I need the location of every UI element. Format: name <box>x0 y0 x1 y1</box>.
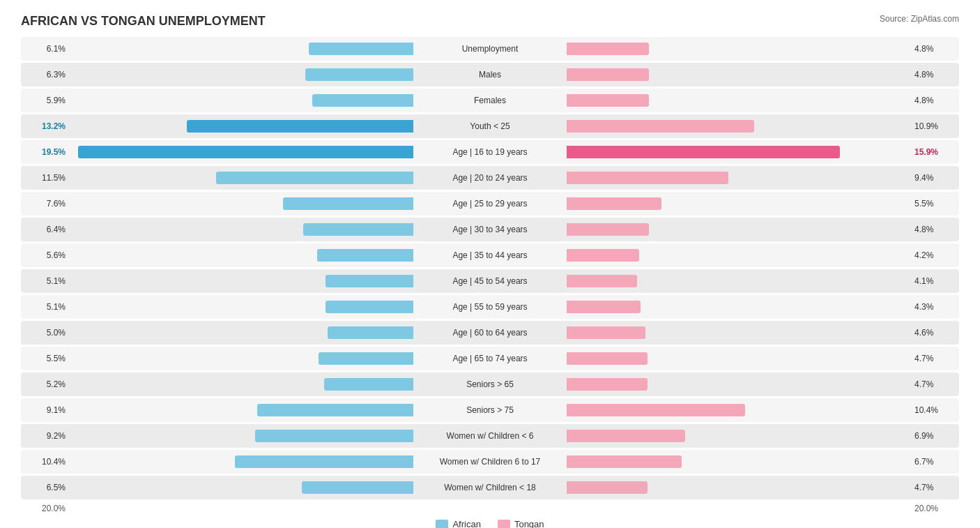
right-bar-area <box>567 140 910 164</box>
right-bar <box>567 275 637 287</box>
left-bar <box>78 146 413 158</box>
bar-row: 6.5% Women w/ Children < 18 4.7% <box>21 476 959 499</box>
row-label: Age | 30 to 34 years <box>413 225 567 234</box>
left-value: 9.1% <box>21 405 70 415</box>
row-label: Women w/ Children < 6 <box>413 431 567 441</box>
left-value: 6.5% <box>21 483 70 492</box>
row-label: Age | 65 to 74 years <box>413 354 567 363</box>
right-value: 5.5% <box>910 199 959 209</box>
legend-tongan: Tongan <box>498 519 544 528</box>
bar-row: 5.6% Age | 35 to 44 years 4.2% <box>21 243 959 267</box>
bar-row: 6.1% Unemployment 4.8% <box>21 37 959 61</box>
right-bar-area <box>567 347 910 370</box>
left-value: 13.2% <box>21 121 70 131</box>
right-bar <box>567 43 649 55</box>
left-bar <box>187 120 413 133</box>
bar-row: 5.1% Age | 55 to 59 years 4.3% <box>21 295 959 319</box>
right-bar <box>567 404 745 416</box>
row-label: Age | 20 to 24 years <box>413 173 567 183</box>
bar-row: 13.2% Youth < 25 10.9% <box>21 114 959 138</box>
right-value: 4.7% <box>910 483 959 492</box>
right-bar <box>567 94 649 107</box>
right-value: 15.9% <box>910 147 959 157</box>
right-bar-area <box>567 424 910 448</box>
right-bar-area <box>567 114 910 138</box>
row-label: Age | 25 to 29 years <box>413 199 567 209</box>
row-inner: 7.6% Age | 25 to 29 years 5.5% <box>21 192 959 216</box>
row-inner: 9.1% Seniors > 75 10.4% <box>21 398 959 422</box>
left-bar <box>303 223 413 236</box>
left-bar-area <box>70 372 413 396</box>
right-value: 4.7% <box>910 379 959 389</box>
row-inner: 19.5% Age | 16 to 19 years 15.9% <box>21 140 959 164</box>
left-bar <box>328 326 413 339</box>
bar-row: 10.4% Women w/ Children 6 to 17 6.7% <box>21 450 959 474</box>
right-bar <box>567 197 661 210</box>
right-bar-area <box>567 89 910 112</box>
right-bar-area <box>567 166 910 190</box>
row-inner: 10.4% Women w/ Children 6 to 17 6.7% <box>21 450 959 474</box>
left-value: 5.9% <box>21 96 70 105</box>
left-bar <box>216 172 413 184</box>
row-label: Age | 45 to 54 years <box>413 276 567 286</box>
right-value: 10.9% <box>910 121 959 131</box>
left-bar-area <box>70 166 413 190</box>
bar-row: 19.5% Age | 16 to 19 years 15.9% <box>21 140 959 164</box>
right-bar-area <box>567 398 910 422</box>
left-bar-area <box>70 347 413 370</box>
left-bar <box>326 301 413 313</box>
right-bar <box>567 146 840 158</box>
legend: African Tongan <box>21 519 959 528</box>
left-value: 9.2% <box>21 431 70 441</box>
row-inner: 5.1% Age | 55 to 59 years 4.3% <box>21 295 959 319</box>
left-bar-area <box>70 89 413 112</box>
row-inner: 11.5% Age | 20 to 24 years 9.4% <box>21 166 959 190</box>
left-value: 5.5% <box>21 354 70 363</box>
left-bar <box>257 404 413 416</box>
left-bar <box>235 455 413 468</box>
right-value: 4.6% <box>910 328 959 338</box>
right-bar-area <box>567 295 910 319</box>
left-bar-area <box>70 295 413 319</box>
right-bar <box>567 481 648 494</box>
left-bar <box>319 352 413 365</box>
right-value: 10.4% <box>910 405 959 415</box>
left-bar <box>326 275 413 287</box>
row-inner: 6.5% Women w/ Children < 18 4.7% <box>21 476 959 499</box>
legend-african-label: African <box>452 519 480 528</box>
left-bar <box>283 197 413 210</box>
right-bar-area <box>567 218 910 241</box>
left-value: 6.3% <box>21 70 70 80</box>
bar-row: 9.2% Women w/ Children < 6 6.9% <box>21 424 959 448</box>
bar-row: 7.6% Age | 25 to 29 years 5.5% <box>21 192 959 216</box>
left-value: 5.1% <box>21 276 70 286</box>
bar-row: 11.5% Age | 20 to 24 years 9.4% <box>21 166 959 190</box>
left-value: 6.1% <box>21 44 70 54</box>
right-bar-area <box>567 37 910 61</box>
legend-african-color <box>436 520 448 529</box>
row-inner: 5.9% Females 4.8% <box>21 89 959 112</box>
row-label: Seniors > 75 <box>413 405 567 415</box>
row-inner: 5.2% Seniors > 65 4.7% <box>21 372 959 396</box>
right-bar <box>567 249 639 262</box>
left-bar-area <box>70 243 413 267</box>
right-bar <box>567 352 648 365</box>
left-bar <box>312 94 413 107</box>
chart-header: AFRICAN VS TONGAN UNEMPLOYMENT Source: Z… <box>21 14 959 29</box>
right-bar <box>567 326 645 339</box>
row-inner: 5.5% Age | 65 to 74 years 4.7% <box>21 347 959 370</box>
chart-container: AFRICAN VS TONGAN UNEMPLOYMENT Source: Z… <box>0 0 980 528</box>
right-bar-area <box>567 372 910 396</box>
row-label: Women w/ Children < 18 <box>413 483 567 492</box>
right-bar <box>567 378 648 391</box>
right-bar-area <box>567 243 910 267</box>
right-bar <box>567 455 682 468</box>
legend-tongan-label: Tongan <box>514 519 544 528</box>
left-value: 5.0% <box>21 328 70 338</box>
left-bar <box>309 43 413 55</box>
bar-row: 6.4% Age | 30 to 34 years 4.8% <box>21 218 959 241</box>
right-bar <box>567 301 641 313</box>
bar-row: 5.0% Age | 60 to 64 years 4.6% <box>21 321 959 345</box>
legend-african: African <box>436 519 480 528</box>
row-label: Age | 60 to 64 years <box>413 328 567 338</box>
